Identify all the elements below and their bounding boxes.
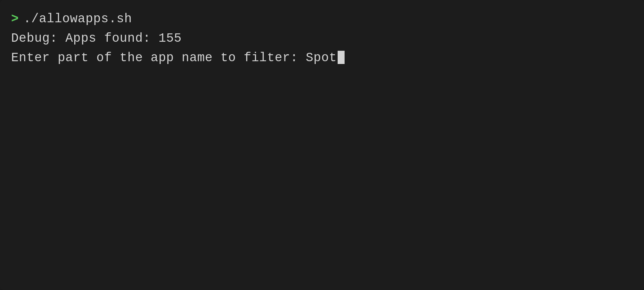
command-line: > ./allowapps.sh [11,10,633,29]
command-text: ./allowapps.sh [24,10,132,29]
prompt-arrow: > [11,10,19,29]
input-line[interactable]: Enter part of the app name to filter: Sp… [11,49,633,67]
terminal-window[interactable]: > ./allowapps.sh Debug: Apps found: 155 … [0,0,644,290]
terminal-cursor [338,51,345,64]
debug-line: Debug: Apps found: 155 [11,29,633,48]
input-prompt-text: Enter part of the app name to filter: Sp… [11,49,337,67]
